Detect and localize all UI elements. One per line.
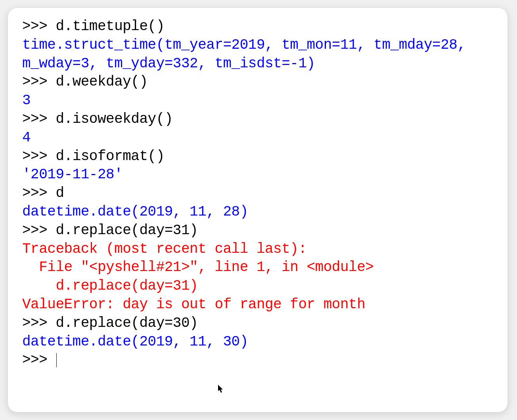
shell-line-error: ValueError: day is out of range for mont… (22, 296, 493, 314)
shell-line-input: >>> d.isoformat() (22, 147, 493, 166)
prompt: >>> (22, 185, 56, 201)
shell-line-error: d.replace(day=31) (22, 277, 493, 296)
shell-line-error: File "<pyshell#21>", line 1, in <module> (22, 258, 493, 277)
input-command: d.replace(day=31) (56, 222, 198, 239)
input-command: d (56, 185, 64, 201)
shell-line-output: '2019-11-28' (22, 166, 493, 184)
terminal-content[interactable]: >>> d.timetuple() time.struct_time(tm_ye… (22, 17, 493, 370)
shell-line-output: 3 (22, 92, 493, 110)
shell-line-output: time.struct_time(tm_year=2019, tm_mon=11… (22, 36, 493, 55)
input-command: d.weekday() (56, 74, 147, 90)
shell-line-output: m_wday=3, tm_yday=332, tm_isdst=-1) (22, 55, 493, 73)
shell-line-active-prompt[interactable]: >>> (22, 351, 493, 370)
shell-line-output: datetime.date(2019, 11, 30) (22, 333, 493, 351)
prompt: >>> (22, 18, 56, 34)
python-shell-window[interactable]: >>> d.timetuple() time.struct_time(tm_ye… (8, 8, 507, 412)
shell-line-output: datetime.date(2019, 11, 28) (22, 203, 493, 221)
mouse-cursor-icon (218, 385, 224, 396)
shell-line-input: >>> d.weekday() (22, 73, 493, 92)
text-cursor-icon (56, 353, 57, 367)
prompt: >>> (22, 74, 56, 90)
shell-line-input: >>> d.isoweekday() (22, 110, 493, 129)
input-command: d.timetuple() (56, 18, 164, 34)
shell-line-input: >>> d.timetuple() (22, 17, 493, 36)
shell-line-output: 4 (22, 129, 493, 147)
prompt: >>> (22, 222, 56, 239)
shell-line-input: >>> d.replace(day=31) (22, 221, 493, 240)
shell-line-error: Traceback (most recent call last): (22, 240, 493, 259)
input-command: d.isoweekday() (56, 111, 172, 127)
prompt: >>> (22, 111, 56, 127)
prompt: >>> (22, 315, 56, 331)
shell-line-input: >>> d (22, 184, 493, 203)
input-command: d.replace(day=30) (56, 315, 198, 331)
input-command: d.isoformat() (56, 148, 164, 164)
shell-line-input: >>> d.replace(day=30) (22, 314, 493, 333)
prompt: >>> (22, 352, 56, 368)
prompt: >>> (22, 148, 56, 164)
